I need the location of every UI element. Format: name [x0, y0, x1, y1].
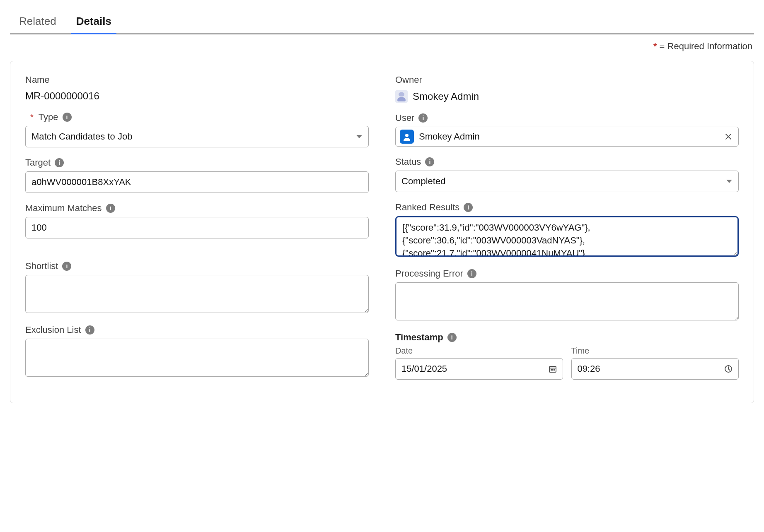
user-value: Smokey Admin	[419, 131, 718, 142]
target-input[interactable]	[25, 171, 369, 193]
record-detail-page: Related Details * = Required Information…	[0, 0, 764, 416]
field-shortlist: Shortlist i	[25, 261, 369, 315]
max-matches-label: Maximum Matches	[25, 203, 102, 214]
processing-error-textarea[interactable]	[395, 282, 739, 320]
owner-value-row: Smokey Admin	[395, 89, 739, 103]
user-icon	[400, 130, 414, 144]
type-select[interactable]: Match Candidates to Job	[25, 126, 369, 147]
shortlist-textarea[interactable]	[25, 275, 369, 313]
time-input[interactable]: 09:26	[571, 358, 739, 380]
date-value: 15/01/2025	[401, 363, 544, 374]
tabset: Related Details	[10, 3, 754, 34]
right-column: Owner Smokey Admin User i	[395, 75, 739, 390]
info-icon[interactable]: i	[425, 157, 434, 166]
target-label: Target	[25, 157, 51, 168]
tab-details[interactable]: Details	[76, 3, 111, 34]
type-value: Match Candidates to Job	[31, 131, 132, 142]
field-name: Name MR-0000000016	[25, 75, 369, 102]
field-target: Target i	[25, 157, 369, 193]
calendar-icon[interactable]	[549, 365, 557, 373]
shortlist-label: Shortlist	[25, 261, 58, 272]
timestamp-label: Timestamp	[395, 332, 443, 343]
avatar-icon	[395, 90, 408, 103]
form-grid: Name MR-0000000016 * Type i Match Candid…	[25, 75, 739, 390]
clock-icon[interactable]	[724, 365, 733, 373]
time-column: Time 09:26	[571, 346, 739, 380]
type-label: Type	[39, 112, 58, 123]
svg-rect-5	[554, 369, 555, 371]
field-ranked-results: Ranked Results i	[395, 202, 739, 258]
user-label: User	[395, 113, 414, 123]
info-icon[interactable]: i	[467, 269, 476, 278]
date-sublabel: Date	[395, 346, 563, 356]
field-type: * Type i Match Candidates to Job	[25, 112, 369, 147]
close-icon[interactable]	[723, 131, 734, 142]
left-column: Name MR-0000000016 * Type i Match Candid…	[25, 75, 369, 390]
exclusion-label: Exclusion List	[25, 325, 81, 335]
ranked-results-textarea[interactable]	[395, 216, 739, 257]
details-panel: Name MR-0000000016 * Type i Match Candid…	[10, 61, 754, 403]
date-input[interactable]: 15/01/2025	[395, 358, 563, 380]
required-hint: * = Required Information	[10, 41, 754, 52]
required-star-icon: *	[653, 41, 657, 51]
time-value: 09:26	[578, 363, 720, 374]
processing-error-label: Processing Error	[395, 268, 463, 279]
chevron-down-icon	[356, 134, 363, 139]
field-timestamp: Timestamp i Date 15/01/2025	[395, 332, 739, 380]
svg-rect-3	[551, 369, 552, 371]
field-user: User i Smokey Admin	[395, 113, 739, 147]
field-processing-error: Processing Error i	[395, 268, 739, 322]
svg-rect-4	[552, 369, 554, 371]
owner-value: Smokey Admin	[413, 91, 479, 102]
status-select[interactable]: Completed	[395, 171, 739, 192]
exclusion-textarea[interactable]	[25, 339, 369, 377]
time-sublabel: Time	[571, 346, 739, 356]
info-icon[interactable]: i	[447, 333, 457, 342]
status-value: Completed	[401, 176, 445, 187]
date-column: Date 15/01/2025	[395, 346, 563, 380]
info-icon[interactable]: i	[62, 262, 71, 271]
info-icon[interactable]: i	[106, 204, 115, 213]
max-matches-input[interactable]	[25, 217, 369, 238]
chevron-down-icon	[726, 179, 733, 184]
user-lookup[interactable]: Smokey Admin	[395, 127, 739, 147]
svg-point-0	[405, 134, 409, 137]
info-icon[interactable]: i	[55, 158, 64, 167]
status-label: Status	[395, 156, 421, 167]
info-icon[interactable]: i	[85, 325, 94, 335]
required-star-icon: *	[30, 113, 34, 122]
field-status: Status i Completed	[395, 156, 739, 192]
required-hint-text: = Required Information	[660, 41, 752, 51]
timestamp-row: Date 15/01/2025 Time 09:26	[395, 346, 739, 380]
info-icon[interactable]: i	[63, 113, 72, 122]
field-exclusion-list: Exclusion List i	[25, 325, 369, 378]
name-label: Name	[25, 75, 50, 85]
ranked-results-label: Ranked Results	[395, 202, 459, 213]
field-max-matches: Maximum Matches i	[25, 203, 369, 238]
name-value: MR-0000000016	[25, 89, 369, 102]
tab-related[interactable]: Related	[19, 3, 56, 34]
info-icon[interactable]: i	[418, 113, 428, 123]
field-owner: Owner Smokey Admin	[395, 75, 739, 103]
owner-label: Owner	[395, 75, 422, 85]
info-icon[interactable]: i	[464, 203, 473, 212]
